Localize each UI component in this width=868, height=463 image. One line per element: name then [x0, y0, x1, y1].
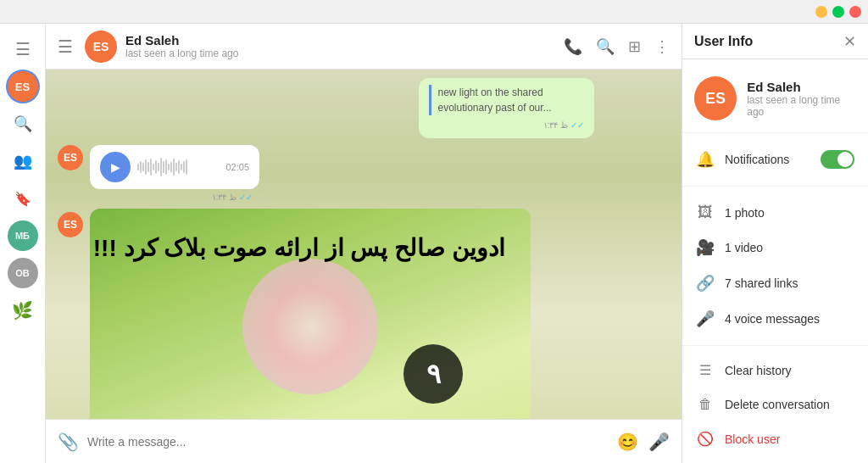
photo-icon: 🖼: [696, 204, 715, 221]
audio-duration: 02:05: [225, 162, 249, 172]
clear-history-button[interactable]: ☰ Clear history: [682, 353, 868, 388]
clear-icon: ☰: [696, 362, 715, 378]
links-label: 7 shared links: [725, 276, 854, 290]
layout-icon[interactable]: ⊞: [628, 37, 641, 56]
audio-bubble: ▶ 02:05: [90, 145, 259, 189]
panel-name: Ed Saleh: [747, 80, 856, 94]
audio-message: ▶ 02:05 ۱:۳۴ ظ ✓✓: [90, 145, 259, 202]
chat-actions: 📞 🔍 ⊞ ⋮: [564, 37, 670, 56]
notifications-section: 🔔 Notifications: [682, 133, 868, 187]
chat-info: Ed Saleh last seen a long time ago: [125, 33, 555, 59]
image-content: ادوین صالح پس از ارائه صوت بلاک کرد !!! …: [90, 209, 531, 419]
table-row: new light on the shared evolutionary pas…: [419, 78, 670, 138]
panel-status: last seen a long time ago: [747, 94, 856, 118]
attach-button[interactable]: 📎: [58, 432, 79, 452]
number-circle: ۹: [403, 344, 463, 404]
user-info-panel: User Info ✕ ES Ed Saleh last seen a long…: [682, 24, 868, 463]
panel-header: User Info ✕: [682, 24, 868, 59]
titlebar: [0, 0, 868, 24]
video-icon: 🎥: [696, 238, 715, 257]
photos-row[interactable]: 🖼 1 photo: [682, 195, 868, 230]
sidebar-contacts-button[interactable]: 👥: [6, 144, 40, 178]
bell-icon: 🔔: [696, 150, 715, 169]
messages-area: new light on the shared evolutionary pas…: [46, 70, 682, 419]
sidebar-nature[interactable]: 🌿: [6, 293, 40, 327]
message-time: ۱:۳۴ ظ ✓✓: [429, 119, 585, 131]
links-row[interactable]: 🔗 7 shared links: [682, 265, 868, 301]
sidebar-saved-button[interactable]: 🔖: [6, 181, 40, 215]
toggle-knob: [837, 152, 853, 167]
avatar: ОВ: [8, 258, 38, 288]
videos-label: 1 video: [725, 241, 854, 254]
check-icon: ✓✓: [239, 192, 253, 202]
chat-status: last seen a long time ago: [125, 47, 555, 59]
voice-label: 4 voice messages: [725, 312, 854, 326]
notifications-row[interactable]: 🔔 Notifications: [682, 142, 868, 177]
sidebar-search-button[interactable]: 🔍: [6, 107, 40, 141]
menu-button[interactable]: ☰: [58, 36, 73, 57]
waveform: [137, 157, 219, 177]
panel-avatar-section: ES Ed Saleh last seen a long time ago: [682, 59, 868, 133]
image-message: ادوین صالح پس از ارائه صوت بلاک کرد !!! …: [90, 209, 554, 419]
mic-button[interactable]: 🎤: [648, 432, 670, 452]
block-user-button[interactable]: 🚫 Block user: [682, 421, 868, 456]
close-button[interactable]: [849, 6, 861, 18]
delete-conversation-label: Delete conversation: [725, 398, 830, 411]
chat-name: Ed Saleh: [125, 33, 555, 47]
videos-row[interactable]: 🎥 1 video: [682, 230, 868, 265]
link-icon: 🔗: [696, 274, 715, 293]
app-container: ☰ ES 🔍 👥 🔖 МБ ОВ 🌿 ☰ ES Ed Saleh last se…: [0, 24, 868, 463]
audio-time: ۱:۳۴ ظ ✓✓: [90, 192, 259, 202]
avatar: МБ: [8, 220, 38, 251]
panel-avatar: ES: [694, 76, 737, 120]
maximize-button[interactable]: [832, 6, 844, 18]
messages-list: new light on the shared evolutionary pas…: [58, 78, 670, 419]
voice-icon: 🎤: [696, 310, 715, 328]
delete-icon: 🗑: [696, 397, 715, 412]
link-text: new light on the shared evolutionary pas…: [438, 86, 552, 114]
input-actions: 😊 🎤: [617, 432, 670, 452]
delete-conversation-button[interactable]: 🗑 Delete conversation: [682, 388, 868, 421]
sidebar-profile[interactable]: ES: [6, 70, 40, 103]
chat-area: ☰ ES Ed Saleh last seen a long time ago …: [46, 24, 682, 463]
emoji-button[interactable]: 😊: [617, 432, 638, 452]
stats-section: 🖼 1 photo 🎥 1 video 🔗 7 shared links 🎤 4…: [682, 187, 868, 346]
search-icon[interactable]: 🔍: [596, 37, 615, 56]
sender-avatar: ES: [58, 212, 83, 237]
chat-input-area: 📎 😊 🎤: [46, 419, 682, 463]
notifications-label: Notifications: [725, 153, 810, 166]
message-input[interactable]: [87, 435, 609, 449]
chat-avatar: ES: [85, 31, 117, 63]
avatar: ES: [8, 71, 38, 102]
more-icon[interactable]: ⋮: [654, 37, 670, 56]
voice-row[interactable]: 🎤 4 voice messages: [682, 301, 868, 337]
image-overlay-text: ادوین صالح پس از ارائه صوت بلاک کرد !!!: [93, 234, 505, 262]
panel-actions: ☰ Clear history 🗑 Delete conversation 🚫 …: [682, 346, 868, 463]
table-row: ES ▶ 02:05 ۱:۳۴ ظ ✓✓: [58, 145, 670, 202]
link-message: new light on the shared evolutionary pas…: [419, 78, 595, 138]
panel-title: User Info: [694, 34, 843, 49]
sidebar-chat2[interactable]: ОВ: [6, 256, 40, 290]
panel-user-info: Ed Saleh last seen a long time ago: [747, 80, 856, 118]
table-row: ES ادوین صالح پس از ارائه صوت بلاک کرد !…: [58, 209, 670, 419]
play-button[interactable]: ▶: [100, 152, 131, 182]
check-icon: ✓✓: [570, 120, 584, 130]
sidebar: ☰ ES 🔍 👥 🔖 МБ ОВ 🌿: [0, 24, 46, 463]
big-message-container: ادوین صالح پس از ارائه صوت بلاک کرد !!! …: [90, 209, 670, 419]
flower-decoration: [242, 259, 378, 394]
sidebar-chat1[interactable]: МБ: [6, 219, 40, 253]
block-user-label: Block user: [725, 432, 780, 446]
photos-label: 1 photo: [725, 206, 854, 220]
sidebar-menu-button[interactable]: ☰: [6, 32, 40, 66]
clear-history-label: Clear history: [725, 364, 792, 377]
panel-close-button[interactable]: ✕: [843, 32, 856, 51]
notifications-toggle[interactable]: [821, 150, 854, 169]
block-icon: 🚫: [696, 431, 715, 447]
link-preview: new light on the shared evolutionary pas…: [429, 85, 585, 115]
minimize-button[interactable]: [815, 6, 827, 18]
chat-header: ☰ ES Ed Saleh last seen a long time ago …: [46, 24, 682, 70]
phone-icon[interactable]: 📞: [564, 37, 582, 56]
sender-avatar: ES: [58, 145, 83, 170]
